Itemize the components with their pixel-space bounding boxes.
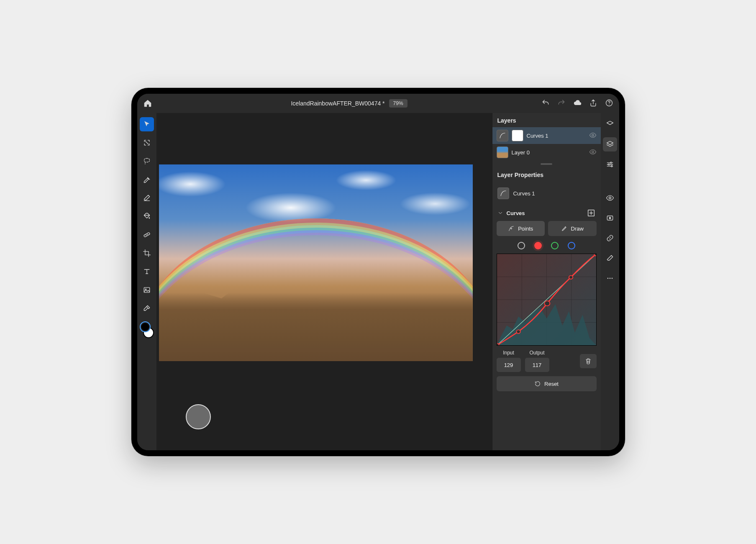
curves-reset-button[interactable]: Reset	[497, 376, 597, 391]
help-icon	[605, 99, 613, 107]
bandage-icon	[143, 231, 151, 239]
cloud-icon	[573, 99, 582, 107]
layer-visibility-toggle[interactable]	[589, 131, 597, 140]
channel-blue[interactable]	[568, 242, 575, 249]
points-icon	[508, 225, 515, 232]
home-button[interactable]	[143, 99, 152, 108]
svg-point-9	[511, 228, 512, 229]
eye-icon	[589, 148, 597, 156]
image-icon	[143, 286, 151, 294]
layers-icon	[606, 120, 614, 128]
svg-point-6	[592, 134, 594, 136]
svg-rect-4	[144, 287, 149, 293]
output-label: Output	[529, 350, 544, 356]
points-label: Points	[518, 226, 533, 232]
layer-row[interactable]: Curves 1	[492, 127, 601, 144]
curves-graph[interactable]	[497, 254, 597, 346]
channel-rgb[interactable]	[518, 242, 525, 249]
eraser-small-icon	[606, 254, 614, 262]
foreground-color-swatch[interactable]	[140, 321, 151, 332]
curves-adjustment-icon	[497, 187, 509, 199]
curves-section-header[interactable]: Curves	[492, 205, 601, 221]
add-preset-icon[interactable]	[587, 208, 596, 218]
layer-mask-thumb[interactable]	[512, 130, 523, 141]
trash-icon	[584, 357, 592, 365]
cloud-button[interactable]	[573, 99, 582, 108]
svg-point-19	[544, 301, 550, 306]
curves-mode-points[interactable]: Points	[497, 221, 545, 236]
rainbow-graphic	[159, 208, 473, 361]
curves-output-field[interactable]: 117	[525, 358, 549, 372]
channel-green[interactable]	[551, 242, 559, 249]
type-tool[interactable]	[140, 264, 154, 279]
heal-tool[interactable]	[140, 228, 154, 242]
place-image-tool[interactable]	[140, 283, 154, 297]
draw-label: Draw	[571, 226, 584, 232]
visibility-button[interactable]	[603, 191, 617, 205]
share-icon	[589, 99, 597, 107]
document-title: IcelandRainbowAFTER_BW00474 *	[291, 100, 384, 107]
lasso-tool[interactable]	[140, 154, 154, 168]
clip-button[interactable]	[603, 231, 617, 245]
channel-red[interactable]	[534, 242, 542, 249]
more-button[interactable]	[603, 271, 617, 285]
panel-resize-handle[interactable]	[492, 161, 601, 167]
redo-button[interactable]	[557, 99, 566, 108]
layer-visibility-toggle[interactable]	[589, 148, 597, 157]
eyedropper-icon	[143, 304, 151, 313]
channel-selector	[497, 242, 597, 249]
top-bar: IcelandRainbowAFTER_BW00474 * 79%	[137, 94, 619, 113]
link-icon	[606, 234, 614, 242]
brush-icon	[143, 175, 151, 184]
move-tool[interactable]	[140, 117, 154, 131]
share-button[interactable]	[589, 99, 597, 108]
lasso-icon	[143, 157, 151, 165]
delete-point-button[interactable]	[580, 354, 597, 368]
svg-point-18	[516, 330, 520, 334]
sliders-icon	[606, 160, 614, 169]
home-icon	[143, 99, 152, 108]
layers-detailed-button[interactable]	[603, 137, 617, 151]
svg-point-3	[147, 234, 148, 235]
document-title-wrap: IcelandRainbowAFTER_BW00474 * 79%	[157, 99, 541, 108]
layer-properties-name[interactable]: Curves 1	[513, 190, 535, 197]
properties-button[interactable]	[603, 157, 617, 172]
layer-name[interactable]: Layer 0	[512, 149, 586, 156]
svg-point-24	[611, 166, 612, 167]
help-button[interactable]	[605, 99, 613, 108]
undo-icon	[541, 99, 550, 107]
bucket-icon	[143, 212, 151, 221]
fill-tool[interactable]	[140, 209, 154, 223]
layers-compact-button[interactable]	[603, 117, 617, 131]
touch-shortcut-puck[interactable]	[186, 404, 211, 429]
layer-name[interactable]: Curves 1	[527, 133, 586, 139]
layer-row[interactable]: Layer 0	[492, 144, 601, 161]
zoom-badge[interactable]: 79%	[389, 99, 407, 108]
layers-panel-title: Layers	[492, 113, 601, 127]
layer-adjustment-thumb	[497, 130, 508, 141]
brush-tool[interactable]	[140, 172, 154, 187]
layers-stack-icon	[606, 140, 614, 149]
app-screen: IcelandRainbowAFTER_BW00474 * 79%	[137, 94, 619, 450]
right-icon-strip	[601, 113, 619, 450]
reset-icon	[534, 380, 541, 387]
svg-point-22	[610, 162, 611, 163]
eyedropper-tool[interactable]	[140, 301, 154, 316]
eye-icon	[589, 131, 597, 139]
curves-mode-draw[interactable]: Draw	[548, 221, 597, 236]
transform-icon	[143, 139, 151, 147]
svg-point-5	[145, 289, 146, 290]
layer-pixel-thumb	[497, 146, 508, 158]
eraser-tool[interactable]	[140, 191, 154, 205]
canvas-area[interactable]	[156, 113, 492, 450]
svg-point-25	[609, 197, 611, 199]
erase-layer-button[interactable]	[603, 251, 617, 265]
transform-tool[interactable]	[140, 136, 154, 150]
mask-button[interactable]	[603, 211, 617, 225]
document-canvas[interactable]	[159, 164, 473, 361]
undo-button[interactable]	[541, 99, 550, 108]
curves-input-field[interactable]: 129	[497, 358, 521, 372]
crop-tool[interactable]	[140, 246, 154, 260]
color-swatches[interactable]	[140, 321, 154, 339]
eye-icon	[606, 194, 614, 202]
